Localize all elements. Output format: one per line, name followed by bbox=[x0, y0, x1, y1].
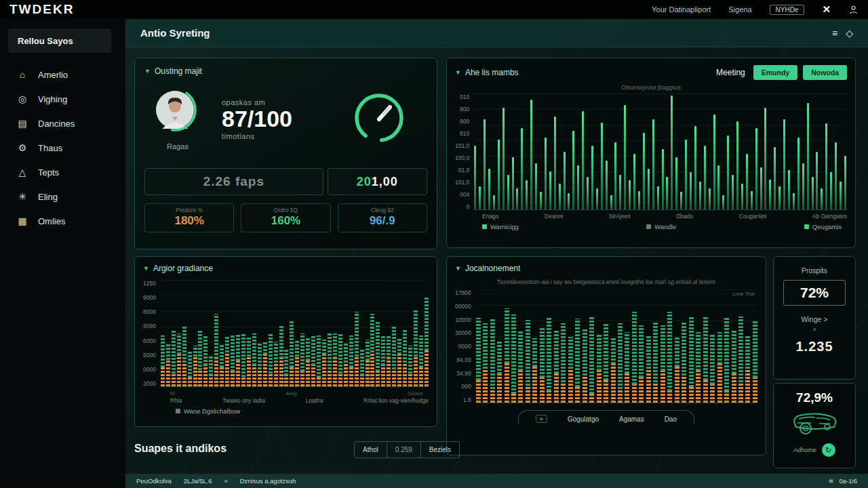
y-tick: 34,90 bbox=[455, 370, 471, 377]
chart-c-plot: Lone Trial bbox=[476, 289, 757, 403]
y-tick: 101,0 bbox=[455, 142, 469, 149]
stacked-bar bbox=[300, 280, 304, 386]
nowoda-button[interactable]: Nowoda bbox=[803, 65, 847, 80]
sidebar-item-vighing[interactable]: ◎Vighing bbox=[0, 87, 125, 111]
stacked-bar bbox=[328, 280, 332, 386]
topbar-link-report[interactable]: Your Datinapliport bbox=[652, 5, 711, 14]
stat-price-green: 20 bbox=[357, 175, 372, 189]
stat-faps[interactable]: 2.26 faps bbox=[144, 168, 323, 195]
diamond-icon[interactable]: ◇ bbox=[846, 28, 853, 39]
bar bbox=[549, 171, 551, 209]
stacked-bar bbox=[166, 280, 170, 386]
user-icon[interactable] bbox=[848, 5, 859, 15]
tab-gogulatgo[interactable]: Gogulatgo bbox=[568, 415, 599, 423]
stacked-bar bbox=[317, 280, 321, 386]
bar bbox=[582, 111, 584, 209]
bar bbox=[587, 177, 589, 209]
bar bbox=[732, 175, 734, 209]
sidebar-item-label: Amerlio bbox=[38, 70, 68, 80]
stacked-bar bbox=[263, 280, 267, 386]
stacked-bar bbox=[540, 289, 545, 403]
bar bbox=[526, 180, 528, 209]
topbar-link-signin[interactable]: Sigena bbox=[728, 5, 751, 14]
tab-agamas[interactable]: Agamas bbox=[619, 415, 644, 423]
bar bbox=[596, 188, 598, 209]
stacked-bar bbox=[209, 280, 213, 386]
stacked-bar bbox=[214, 280, 218, 386]
y-tick: 30000 bbox=[455, 329, 471, 336]
stat-price[interactable]: 20 1,00 bbox=[328, 168, 427, 195]
sidebar-item-omlies[interactable]: ▦Omlies bbox=[0, 209, 125, 233]
topbar-badge-button[interactable]: NYHDe bbox=[770, 5, 805, 15]
sidebar-item-tepts[interactable]: △Tepts bbox=[0, 160, 125, 184]
value-button[interactable]: 0.259 bbox=[387, 442, 421, 458]
sidebar-item-label: Omlies bbox=[38, 216, 65, 226]
winge-label[interactable]: Winge > bbox=[782, 315, 847, 323]
bar bbox=[755, 128, 757, 209]
stacked-bar bbox=[241, 280, 245, 386]
chevron-down-icon[interactable]: ▼ bbox=[455, 69, 461, 76]
stacked-bar bbox=[247, 280, 251, 386]
legend-item: Wandle bbox=[646, 223, 676, 230]
athol-button[interactable]: Athol bbox=[355, 442, 387, 458]
stacked-bar bbox=[333, 280, 337, 386]
stacked-bar bbox=[392, 280, 396, 386]
x-label: SirAjees bbox=[609, 213, 631, 220]
chart-a-plot bbox=[474, 94, 847, 210]
tab-dao[interactable]: Dao bbox=[665, 415, 677, 423]
legend-item: Wane Dgslichalbow bbox=[176, 407, 240, 415]
beziels-button[interactable]: Beziels bbox=[421, 442, 459, 458]
wave-icon[interactable]: ≈ bbox=[536, 415, 547, 423]
bar bbox=[493, 195, 495, 209]
bar bbox=[601, 123, 603, 209]
bar bbox=[690, 172, 692, 209]
bar bbox=[727, 136, 729, 209]
close-icon[interactable]: ✕ bbox=[822, 3, 831, 16]
chart-c-card: ▼ Jocalnonement Tiorestiverentum aia i s… bbox=[446, 256, 766, 455]
emundy-button[interactable]: Emundy bbox=[753, 65, 797, 80]
mini-stat-box[interactable]: Ordro 5Q160% bbox=[241, 203, 330, 232]
chevron-down-icon[interactable]: ▼ bbox=[143, 265, 149, 272]
bar bbox=[657, 186, 659, 209]
bar bbox=[783, 119, 785, 209]
stacked-bar bbox=[252, 280, 256, 386]
mini-stat-box[interactable]: Predurs %180% bbox=[144, 203, 234, 232]
sidebar-profile-button[interactable]: Rellou Sayos bbox=[8, 28, 111, 53]
winge-sub: a bbox=[782, 326, 847, 332]
status-item-2: 2LJa/5L.6 bbox=[184, 477, 212, 485]
chevron-down-icon[interactable]: ▼ bbox=[455, 265, 461, 272]
sidebar-item-thaus[interactable]: ⚙Thaus bbox=[0, 136, 125, 160]
chevron-down-icon[interactable]: ▼ bbox=[144, 68, 151, 75]
stacked-bar bbox=[611, 289, 616, 403]
bar bbox=[554, 117, 556, 209]
bar bbox=[769, 180, 771, 209]
menu-icon[interactable]: ≡ bbox=[832, 28, 837, 39]
stacked-bar bbox=[290, 280, 294, 386]
gauge-dial bbox=[351, 90, 407, 146]
y-tick: 17800 bbox=[455, 289, 471, 296]
bar bbox=[666, 177, 668, 209]
y-tick: 6000 bbox=[143, 338, 156, 344]
chart-a-y-axis: 010800900810101,0100,001,0101,00040 bbox=[455, 94, 474, 210]
mini-stat-value: 160% bbox=[241, 214, 330, 228]
mini-stat-box[interactable]: Cleug 9296/.9 bbox=[338, 203, 427, 232]
bar bbox=[545, 138, 547, 209]
mini-stat-label: Predurs % bbox=[145, 207, 233, 214]
y-tick: 0000 bbox=[455, 343, 471, 350]
stacked-bar bbox=[490, 289, 495, 403]
stacked-bar bbox=[710, 289, 715, 403]
bar bbox=[624, 105, 626, 209]
app-window: TWDEKR Your Datinapliport Sigena NYHDe ✕… bbox=[0, 0, 868, 488]
stacked-bar bbox=[632, 289, 637, 403]
stacked-bar bbox=[177, 280, 181, 386]
stacked-bar bbox=[568, 289, 573, 403]
confirm-icon[interactable]: ↻ bbox=[822, 443, 835, 457]
bar bbox=[844, 156, 846, 209]
sidebar-item-amerlio[interactable]: ⌂Amerlio bbox=[0, 62, 125, 87]
x-label: Couganles bbox=[739, 213, 767, 220]
sidebar-item-eling[interactable]: ✳Eling bbox=[0, 184, 125, 209]
chart-c-title: Jocalnonement bbox=[465, 264, 520, 273]
stacked-bar bbox=[355, 280, 359, 386]
sidebar-item-dancines[interactable]: ▤Dancines bbox=[0, 111, 125, 136]
chart-a-x-axis: EnagoDearesSirAjeesDbadoCouganlesAb Gwng… bbox=[455, 213, 847, 220]
